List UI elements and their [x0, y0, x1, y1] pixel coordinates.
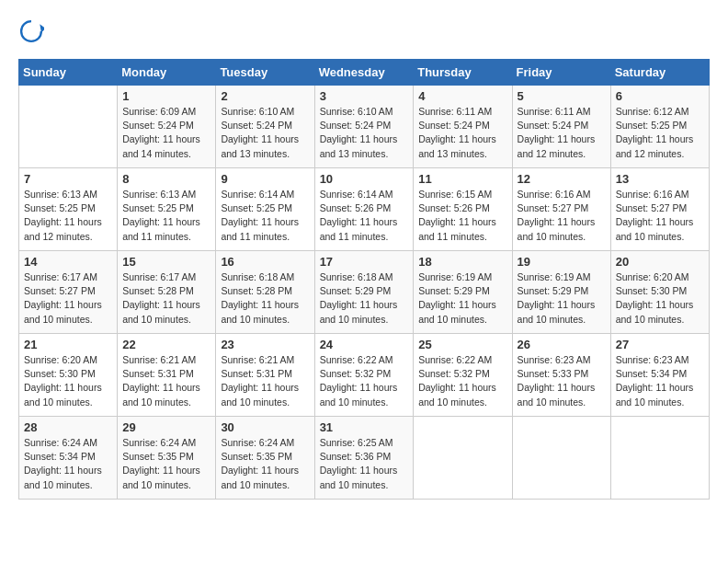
calendar-cell: 4Sunrise: 6:11 AMSunset: 5:24 PMDaylight… — [414, 86, 512, 168]
calendar-week-2: 14Sunrise: 6:17 AMSunset: 5:27 PMDayligh… — [19, 251, 710, 334]
calendar-cell: 11Sunrise: 6:15 AMSunset: 5:26 PMDayligh… — [414, 168, 512, 251]
logo — [18, 18, 48, 44]
calendar-cell: 29Sunrise: 6:24 AMSunset: 5:35 PMDayligh… — [118, 417, 216, 500]
day-number: 13 — [616, 172, 704, 186]
day-number: 6 — [616, 89, 704, 103]
day-number: 19 — [518, 255, 606, 269]
day-number: 23 — [221, 338, 309, 351]
day-info: Sunrise: 6:15 AMSunset: 5:26 PMDaylight:… — [418, 188, 506, 244]
day-number: 16 — [221, 255, 309, 269]
day-number: 30 — [221, 420, 309, 434]
day-number: 22 — [122, 338, 210, 351]
calendar-cell: 7Sunrise: 6:13 AMSunset: 5:25 PMDaylight… — [19, 168, 118, 251]
day-info: Sunrise: 6:23 AMSunset: 5:34 PMDaylight:… — [616, 353, 704, 409]
day-info: Sunrise: 6:11 AMSunset: 5:24 PMDaylight:… — [418, 105, 506, 161]
day-number: 21 — [24, 338, 112, 351]
day-info: Sunrise: 6:10 AMSunset: 5:24 PMDaylight:… — [320, 105, 409, 161]
calendar-cell: 12Sunrise: 6:16 AMSunset: 5:27 PMDayligh… — [512, 168, 610, 251]
calendar-cell: 8Sunrise: 6:13 AMSunset: 5:25 PMDaylight… — [118, 168, 216, 251]
day-info: Sunrise: 6:19 AMSunset: 5:29 PMDaylight:… — [418, 270, 506, 327]
day-info: Sunrise: 6:22 AMSunset: 5:32 PMDaylight:… — [320, 353, 409, 409]
calendar-cell: 19Sunrise: 6:19 AMSunset: 5:29 PMDayligh… — [512, 251, 610, 334]
day-info: Sunrise: 6:13 AMSunset: 5:25 PMDaylight:… — [122, 188, 210, 244]
calendar-cell: 24Sunrise: 6:22 AMSunset: 5:32 PMDayligh… — [314, 334, 414, 417]
day-number: 25 — [418, 338, 506, 351]
day-info: Sunrise: 6:21 AMSunset: 5:31 PMDaylight:… — [221, 353, 309, 409]
day-info: Sunrise: 6:23 AMSunset: 5:33 PMDaylight:… — [518, 353, 606, 409]
column-header-wednesday: Wednesday — [314, 60, 414, 86]
day-info: Sunrise: 6:10 AMSunset: 5:24 PMDaylight:… — [221, 105, 309, 161]
calendar-cell: 17Sunrise: 6:18 AMSunset: 5:29 PMDayligh… — [314, 251, 414, 334]
calendar-body: 1Sunrise: 6:09 AMSunset: 5:24 PMDaylight… — [19, 86, 710, 500]
calendar-table: SundayMondayTuesdayWednesdayThursdayFrid… — [18, 59, 710, 500]
day-number: 10 — [320, 172, 409, 186]
calendar-cell: 22Sunrise: 6:21 AMSunset: 5:31 PMDayligh… — [118, 334, 216, 417]
day-info: Sunrise: 6:11 AMSunset: 5:24 PMDaylight:… — [518, 105, 606, 161]
calendar-cell: 13Sunrise: 6:16 AMSunset: 5:27 PMDayligh… — [610, 168, 709, 251]
calendar-cell — [610, 417, 709, 500]
day-info: Sunrise: 6:21 AMSunset: 5:31 PMDaylight:… — [122, 353, 210, 409]
day-number: 29 — [122, 420, 210, 434]
day-number: 9 — [221, 172, 309, 186]
day-info: Sunrise: 6:24 AMSunset: 5:35 PMDaylight:… — [221, 436, 309, 492]
calendar-week-1: 7Sunrise: 6:13 AMSunset: 5:25 PMDaylight… — [19, 168, 710, 251]
day-number: 28 — [24, 420, 112, 434]
calendar-cell: 20Sunrise: 6:20 AMSunset: 5:30 PMDayligh… — [610, 251, 709, 334]
day-number: 2 — [221, 89, 309, 103]
calendar-cell: 3Sunrise: 6:10 AMSunset: 5:24 PMDaylight… — [314, 86, 414, 168]
calendar-cell: 10Sunrise: 6:14 AMSunset: 5:26 PMDayligh… — [314, 168, 414, 251]
day-number: 5 — [518, 89, 606, 103]
day-number: 7 — [24, 172, 112, 186]
day-number: 17 — [320, 255, 409, 269]
calendar-cell: 21Sunrise: 6:20 AMSunset: 5:30 PMDayligh… — [19, 334, 118, 417]
calendar-cell: 28Sunrise: 6:24 AMSunset: 5:34 PMDayligh… — [19, 417, 118, 500]
logo-icon — [18, 18, 44, 44]
day-info: Sunrise: 6:17 AMSunset: 5:28 PMDaylight:… — [122, 270, 210, 327]
calendar-cell — [414, 417, 512, 500]
day-info: Sunrise: 6:20 AMSunset: 5:30 PMDaylight:… — [24, 353, 112, 409]
day-info: Sunrise: 6:14 AMSunset: 5:25 PMDaylight:… — [221, 188, 309, 244]
calendar-cell: 31Sunrise: 6:25 AMSunset: 5:36 PMDayligh… — [314, 417, 414, 500]
column-header-friday: Friday — [512, 60, 610, 86]
day-info: Sunrise: 6:14 AMSunset: 5:26 PMDaylight:… — [320, 188, 409, 244]
day-number: 1 — [122, 89, 210, 103]
calendar-cell — [512, 417, 610, 500]
column-header-tuesday: Tuesday — [216, 60, 314, 86]
calendar-cell: 14Sunrise: 6:17 AMSunset: 5:27 PMDayligh… — [19, 251, 118, 334]
day-info: Sunrise: 6:16 AMSunset: 5:27 PMDaylight:… — [518, 188, 606, 244]
day-number: 15 — [122, 255, 210, 269]
day-info: Sunrise: 6:17 AMSunset: 5:27 PMDaylight:… — [24, 270, 112, 327]
day-info: Sunrise: 6:13 AMSunset: 5:25 PMDaylight:… — [24, 188, 112, 244]
day-number: 18 — [418, 255, 506, 269]
day-number: 12 — [518, 172, 606, 186]
calendar-cell: 5Sunrise: 6:11 AMSunset: 5:24 PMDaylight… — [512, 86, 610, 168]
calendar-cell: 18Sunrise: 6:19 AMSunset: 5:29 PMDayligh… — [414, 251, 512, 334]
calendar-cell: 15Sunrise: 6:17 AMSunset: 5:28 PMDayligh… — [118, 251, 216, 334]
calendar-cell: 23Sunrise: 6:21 AMSunset: 5:31 PMDayligh… — [216, 334, 314, 417]
calendar-cell: 6Sunrise: 6:12 AMSunset: 5:25 PMDaylight… — [610, 86, 709, 168]
calendar-cell: 9Sunrise: 6:14 AMSunset: 5:25 PMDaylight… — [216, 168, 314, 251]
calendar-cell: 27Sunrise: 6:23 AMSunset: 5:34 PMDayligh… — [610, 334, 709, 417]
day-number: 14 — [24, 255, 112, 269]
calendar-week-4: 28Sunrise: 6:24 AMSunset: 5:34 PMDayligh… — [19, 417, 710, 500]
day-info: Sunrise: 6:16 AMSunset: 5:27 PMDaylight:… — [616, 188, 704, 244]
day-info: Sunrise: 6:24 AMSunset: 5:35 PMDaylight:… — [122, 436, 210, 492]
column-header-saturday: Saturday — [610, 60, 709, 86]
day-info: Sunrise: 6:24 AMSunset: 5:34 PMDaylight:… — [24, 436, 112, 492]
day-info: Sunrise: 6:22 AMSunset: 5:32 PMDaylight:… — [418, 353, 506, 409]
column-header-sunday: Sunday — [19, 60, 118, 86]
day-info: Sunrise: 6:20 AMSunset: 5:30 PMDaylight:… — [616, 270, 704, 327]
day-number: 27 — [616, 338, 704, 351]
day-number: 31 — [320, 420, 409, 434]
calendar-cell: 1Sunrise: 6:09 AMSunset: 5:24 PMDaylight… — [118, 86, 216, 168]
day-info: Sunrise: 6:18 AMSunset: 5:28 PMDaylight:… — [221, 270, 309, 327]
calendar-header-row: SundayMondayTuesdayWednesdayThursdayFrid… — [19, 60, 710, 86]
day-number: 24 — [320, 338, 409, 351]
day-info: Sunrise: 6:09 AMSunset: 5:24 PMDaylight:… — [122, 105, 210, 161]
calendar-week-0: 1Sunrise: 6:09 AMSunset: 5:24 PMDaylight… — [19, 86, 710, 168]
day-info: Sunrise: 6:18 AMSunset: 5:29 PMDaylight:… — [320, 270, 409, 327]
day-number: 11 — [418, 172, 506, 186]
day-number: 3 — [320, 89, 409, 103]
day-number: 20 — [616, 255, 704, 269]
day-info: Sunrise: 6:12 AMSunset: 5:25 PMDaylight:… — [616, 105, 704, 161]
